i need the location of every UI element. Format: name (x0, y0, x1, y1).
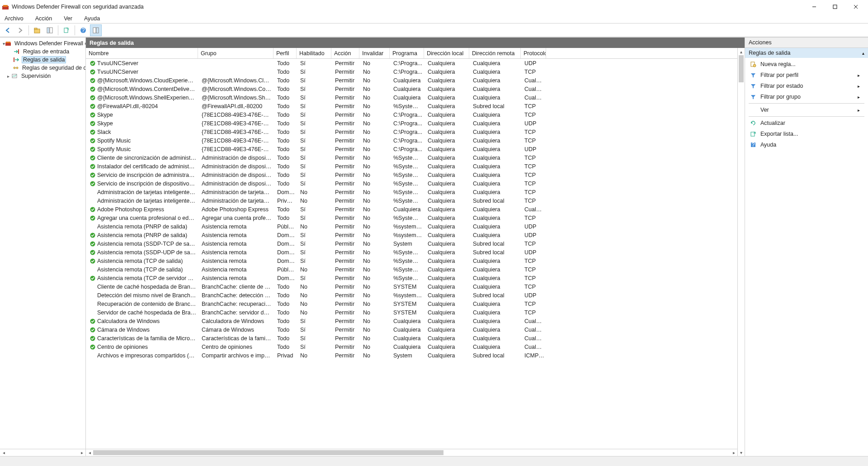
minimize-button[interactable] (804, 0, 825, 14)
rule-row[interactable]: Asistencia remota (TCP de servidor de RA… (86, 274, 737, 282)
rule-row[interactable]: @FirewallAPI.dll,-80204@FirewallAPI.dll,… (86, 102, 737, 110)
rule-row[interactable]: Asistencia remota (PNRP de salida)Asiste… (86, 231, 737, 239)
rule-enabled-icon (90, 318, 96, 324)
show-hide-tree-button[interactable] (44, 24, 56, 36)
action-new-rule[interactable]: Nueva regla... (747, 59, 866, 70)
action-filter-profile[interactable]: Filtrar por perfil ▸ (747, 70, 866, 81)
tree-monitoring[interactable]: ▸ Supervisión (0, 72, 85, 80)
action-filter-profile-label: Filtrar por perfil (760, 72, 854, 78)
cell-action: Permitir (332, 103, 360, 109)
scroll-right-icon[interactable]: ▸ (730, 449, 737, 456)
action-help[interactable]: ? Ayuda (747, 139, 866, 150)
back-button[interactable] (2, 24, 14, 36)
rule-row[interactable]: Spotify Music{78E1CD88-49E3-476E-B926-..… (86, 136, 737, 145)
column-header-remoteaddr[interactable]: Dirección remota (469, 48, 521, 58)
scroll-down-icon[interactable]: ▾ (738, 449, 745, 456)
tree-connection-security[interactable]: Reglas de seguridad de cone (0, 64, 85, 72)
action-export[interactable]: Exportar lista... (747, 128, 866, 139)
rule-row[interactable]: Agregar una cuenta profesional o educati… (86, 214, 737, 222)
rule-row[interactable]: Spotify Music{78E1CD88-49E3-476E-B926-..… (86, 145, 737, 153)
column-header-program[interactable]: Programa (390, 48, 424, 58)
rule-row[interactable]: Slack{78E1CD88-49E3-476E-B926-...TodoSíP… (86, 128, 737, 136)
column-header-profile[interactable]: Perfil (274, 48, 297, 58)
rule-row[interactable]: Centro de opinionesCentro de opinionesTo… (86, 342, 737, 351)
cell-name: Asistencia remota (TCP de salida) (87, 258, 199, 264)
cell-group: Administración de dispositiv... (199, 181, 274, 187)
scroll-left-icon[interactable]: ◂ (0, 449, 7, 456)
menu-file[interactable]: Archivo (3, 14, 25, 23)
rule-row[interactable]: Detección del mismo nivel de BranchCach.… (86, 291, 737, 300)
rule-row[interactable]: Asistencia remota (PNRP de salida)Asiste… (86, 222, 737, 231)
column-header-name[interactable]: Nombre (86, 48, 198, 58)
scroll-up-icon[interactable]: ▴ (738, 48, 745, 55)
action-filter-state[interactable]: Filtrar por estado ▸ (747, 81, 866, 91)
rule-row[interactable]: Calculadora de WindowsCalculadora de Win… (86, 317, 737, 325)
scroll-right-icon[interactable]: ▸ (78, 449, 85, 456)
menu-help[interactable]: Ayuda (82, 14, 102, 23)
rule-row[interactable]: Asistencia remota (SSDP-TCP de salida)As… (86, 239, 737, 248)
cell-override: No (360, 198, 391, 204)
column-header-group[interactable]: Grupo (198, 48, 274, 58)
rule-row[interactable]: Cliente de caché hospedada de BranchCac.… (86, 282, 737, 291)
grid-horizontal-scroll[interactable]: ◂ ▸ (86, 449, 737, 456)
rule-row[interactable]: @{Microsoft.Windows.CloudExperienceHo...… (86, 76, 737, 85)
rule-row[interactable]: Características de la familia de Microso… (86, 334, 737, 342)
rule-row[interactable]: Servicio de inscripción de dispositivos … (86, 179, 737, 188)
scroll-thumb[interactable] (739, 55, 744, 82)
cell-remoteaddr: Subred local (470, 352, 522, 359)
menu-view[interactable]: Ver (62, 14, 74, 23)
rule-row[interactable]: Recuperación de contenido de BranchCac..… (86, 300, 737, 308)
scroll-left-icon[interactable]: ◂ (86, 449, 93, 456)
cell-profile: Todo (274, 309, 297, 316)
close-button[interactable] (845, 0, 866, 14)
rule-row[interactable]: Servicio de inscripción de administració… (86, 171, 737, 179)
cell-program: %SystemR... (391, 181, 425, 187)
expand-icon[interactable]: ▸ (5, 74, 11, 79)
maximize-button[interactable] (825, 0, 845, 14)
column-header-localaddr[interactable]: Dirección local (424, 48, 469, 58)
rule-row[interactable]: Adobe Photoshop ExpressAdobe Photoshop E… (86, 205, 737, 214)
cell-localaddr: Cualquiera (425, 95, 470, 101)
rule-row[interactable]: TvsuUNCServerTodoSíPermitirNoC:\Progra..… (86, 67, 737, 76)
rule-row[interactable]: Asistencia remota (SSDP-UDP de salida)As… (86, 248, 737, 257)
cell-enabled: Sí (297, 146, 332, 152)
cell-name: Spotify Music (87, 146, 199, 152)
action-view[interactable]: Ver ▸ (747, 105, 866, 115)
scroll-thumb[interactable] (93, 450, 443, 455)
up-button[interactable] (31, 24, 43, 36)
rule-row[interactable]: Asistencia remota (TCP de salida)Asisten… (86, 257, 737, 265)
rule-row[interactable]: TvsuUNCServerTodoSíPermitirNoC:\Progra..… (86, 59, 737, 67)
menu-action[interactable]: Acción (33, 14, 54, 23)
rule-row[interactable]: Cliente de sincronización de administrac… (86, 153, 737, 162)
rule-row[interactable]: @{Microsoft.Windows.ContentDeliveryMa...… (86, 85, 737, 93)
rule-row[interactable]: Asistencia remota (TCP de salida)Asisten… (86, 265, 737, 274)
column-header-action[interactable]: Acción (331, 48, 359, 58)
cell-group: Características de la familia d... (199, 335, 274, 342)
collapse-icon[interactable]: ▴ (862, 51, 864, 56)
rule-row[interactable]: Archivos e impresoras compartidos (petic… (86, 351, 737, 360)
help-button[interactable]: ? (77, 24, 89, 36)
rule-row[interactable]: Administración de tarjetas inteligentes … (86, 188, 737, 196)
rule-row[interactable]: Skype{78E1CD88-49E3-476E-B926-...TodoSíP… (86, 119, 737, 128)
column-header-override[interactable]: Invalidar (359, 48, 390, 58)
action-pane-button[interactable] (90, 24, 102, 36)
rule-row[interactable]: Cámara de WindowsCámara de WindowsTodoSí… (86, 325, 737, 334)
rule-row[interactable]: Instalador del certificado de administra… (86, 162, 737, 171)
rule-row[interactable]: @{Microsoft.Windows.ShellExperienceHos..… (86, 93, 737, 102)
tree-horizontal-scroll[interactable]: ◂ ▸ (0, 449, 85, 456)
column-header-enabled[interactable]: Habilitado (297, 48, 331, 58)
cell-protocol: TCP (522, 69, 547, 75)
forward-button[interactable] (14, 24, 26, 36)
tree-root[interactable]: ▾ Windows Defender Firewall con (0, 39, 85, 48)
export-button[interactable] (61, 24, 72, 36)
column-header-protocol[interactable]: Protocolo (521, 48, 546, 58)
action-filter-group[interactable]: Filtrar por grupo ▸ (747, 91, 866, 102)
tree-outbound[interactable]: Reglas de salida (0, 56, 85, 64)
grid-vertical-scroll[interactable]: ▴ ▾ (737, 48, 745, 456)
cell-action: Permitir (332, 95, 360, 101)
rule-row[interactable]: Servidor de caché hospedada de BranchC..… (86, 308, 737, 317)
tree-inbound[interactable]: Reglas de entrada (0, 48, 85, 56)
action-refresh[interactable]: Actualizar (747, 118, 866, 128)
rule-row[interactable]: Skype{78E1CD88-49E3-476E-B926-...TodoSíP… (86, 110, 737, 119)
rule-row[interactable]: Administración de tarjetas inteligentes … (86, 196, 737, 205)
